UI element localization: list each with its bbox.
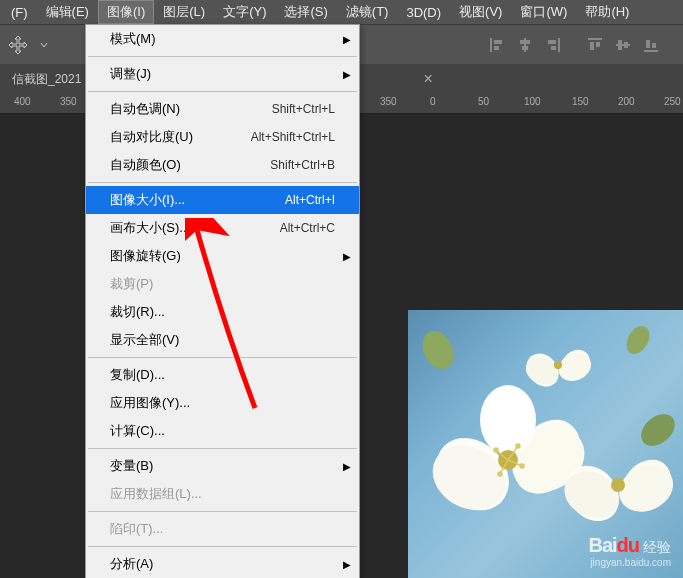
menu-shortcut: Alt+Ctrl+I [285, 193, 335, 207]
svg-rect-16 [646, 40, 650, 48]
move-tool-icon[interactable] [4, 31, 32, 59]
watermark-logo-accent: du [617, 534, 639, 556]
menu-separator [88, 182, 357, 183]
menu-shortcut: Shift+Ctrl+L [272, 102, 335, 116]
svg-rect-5 [522, 46, 528, 50]
svg-rect-0 [490, 38, 492, 52]
menu-item-label: 裁剪(P) [110, 275, 153, 293]
ruler-tick: 150 [572, 96, 589, 107]
chevron-down-icon[interactable] [38, 31, 50, 59]
svg-point-44 [554, 361, 562, 369]
menu-separator [88, 91, 357, 92]
align-bottom-icon[interactable] [639, 33, 663, 57]
menu-text[interactable]: 文字(Y) [214, 0, 275, 24]
svg-rect-11 [596, 42, 600, 47]
menu-item-label: 自动颜色(O) [110, 156, 181, 174]
svg-rect-1 [494, 40, 502, 44]
document-tab[interactable]: 信截图_2021 [0, 64, 93, 94]
menu-item[interactable]: 调整(J)▶ [86, 60, 359, 88]
menu-view[interactable]: 视图(V) [450, 0, 511, 24]
svg-point-19 [622, 322, 654, 358]
menu-item[interactable]: 裁切(R)... [86, 298, 359, 326]
svg-rect-17 [652, 43, 656, 48]
menu-item[interactable]: 自动对比度(U)Alt+Shift+Ctrl+L [86, 123, 359, 151]
menu-item[interactable]: 画布大小(S)...Alt+Ctrl+C [86, 214, 359, 242]
watermark-url: jingyan.baidu.com [588, 557, 671, 568]
ruler-tick: 350 [380, 96, 397, 107]
svg-point-42 [521, 352, 563, 390]
svg-rect-8 [551, 46, 556, 50]
watermark: Baidu经验 jingyan.baidu.com [588, 534, 671, 568]
menubar: (F) 编辑(E) 图像(I) 图层(L) 文字(Y) 选择(S) 滤镜(T) … [0, 0, 683, 24]
menu-item: 裁剪(P) [86, 270, 359, 298]
align-center-v-icon[interactable] [611, 33, 635, 57]
menu-item: 应用数据组(L)... [86, 480, 359, 508]
menu-shortcut: Alt+Ctrl+C [280, 221, 335, 235]
menu-item-label: 应用图像(Y)... [110, 394, 190, 412]
menu-item-label: 调整(J) [110, 65, 151, 83]
menu-window[interactable]: 窗口(W) [511, 0, 576, 24]
ruler-tick: 250 [664, 96, 681, 107]
menu-item[interactable]: 自动颜色(O)Shift+Ctrl+B [86, 151, 359, 179]
svg-rect-6 [558, 38, 560, 52]
menu-item-label: 变量(B) [110, 457, 153, 475]
menu-item[interactable]: 变量(B)▶ [86, 452, 359, 480]
close-tab-icon[interactable]: × [413, 70, 442, 88]
align-center-h-icon[interactable] [513, 33, 537, 57]
menu-item-label: 显示全部(V) [110, 331, 179, 349]
svg-point-34 [498, 472, 502, 476]
align-right-icon[interactable] [541, 33, 565, 57]
submenu-arrow-icon: ▶ [343, 34, 351, 45]
submenu-arrow-icon: ▶ [343, 251, 351, 262]
svg-point-32 [520, 464, 524, 468]
menu-item[interactable]: 计算(C)... [86, 417, 359, 445]
menu-edit[interactable]: 编辑(E) [37, 0, 98, 24]
menu-item-label: 自动色调(N) [110, 100, 180, 118]
menu-3d[interactable]: 3D(D) [397, 2, 450, 23]
menu-separator [88, 56, 357, 57]
menu-file[interactable]: (F) [2, 2, 37, 23]
watermark-logo: Bai [588, 534, 616, 556]
menu-item[interactable]: 自动色调(N)Shift+Ctrl+L [86, 95, 359, 123]
menu-item[interactable]: 图像旋转(G)▶ [86, 242, 359, 270]
menu-item-label: 画布大小(S)... [110, 219, 190, 237]
ruler-tick: 100 [524, 96, 541, 107]
svg-rect-9 [588, 38, 602, 40]
menu-shortcut: Shift+Ctrl+B [270, 158, 335, 172]
menu-separator [88, 511, 357, 512]
submenu-arrow-icon: ▶ [343, 461, 351, 472]
menu-shortcut: Alt+Shift+Ctrl+L [251, 130, 335, 144]
menu-filter[interactable]: 滤镜(T) [337, 0, 398, 24]
menu-item-label: 自动对比度(U) [110, 128, 193, 146]
menu-item-label: 陷印(T)... [110, 520, 163, 538]
svg-point-25 [480, 385, 536, 455]
menu-item[interactable]: 复制(D)... [86, 361, 359, 389]
svg-point-18 [417, 326, 459, 374]
menu-separator [88, 448, 357, 449]
watermark-text: 经验 [643, 539, 671, 555]
ruler-tick: 50 [478, 96, 489, 107]
menu-image[interactable]: 图像(I) [98, 0, 154, 24]
submenu-arrow-icon: ▶ [343, 69, 351, 80]
menu-select[interactable]: 选择(S) [275, 0, 336, 24]
menu-item[interactable]: 分析(A)▶ [86, 550, 359, 578]
menu-item[interactable]: 显示全部(V) [86, 326, 359, 354]
menu-item[interactable]: 图像大小(I)...Alt+Ctrl+I [86, 186, 359, 214]
menu-item-label: 复制(D)... [110, 366, 165, 384]
align-top-icon[interactable] [583, 33, 607, 57]
menu-item-label: 图像旋转(G) [110, 247, 181, 265]
menu-item-label: 模式(M) [110, 30, 156, 48]
menu-help[interactable]: 帮助(H) [576, 0, 638, 24]
ruler-tick: 200 [618, 96, 635, 107]
menu-layer[interactable]: 图层(L) [154, 0, 214, 24]
menu-item[interactable]: 应用图像(Y)... [86, 389, 359, 417]
svg-rect-4 [520, 40, 530, 44]
svg-point-28 [516, 444, 520, 448]
menu-item-label: 应用数据组(L)... [110, 485, 202, 503]
align-left-icon[interactable] [485, 33, 509, 57]
ruler-tick: 350 [60, 96, 77, 107]
ruler-tick: 0 [430, 96, 436, 107]
menu-item[interactable]: 模式(M)▶ [86, 25, 359, 53]
svg-rect-13 [618, 40, 622, 50]
menu-item: 陷印(T)... [86, 515, 359, 543]
